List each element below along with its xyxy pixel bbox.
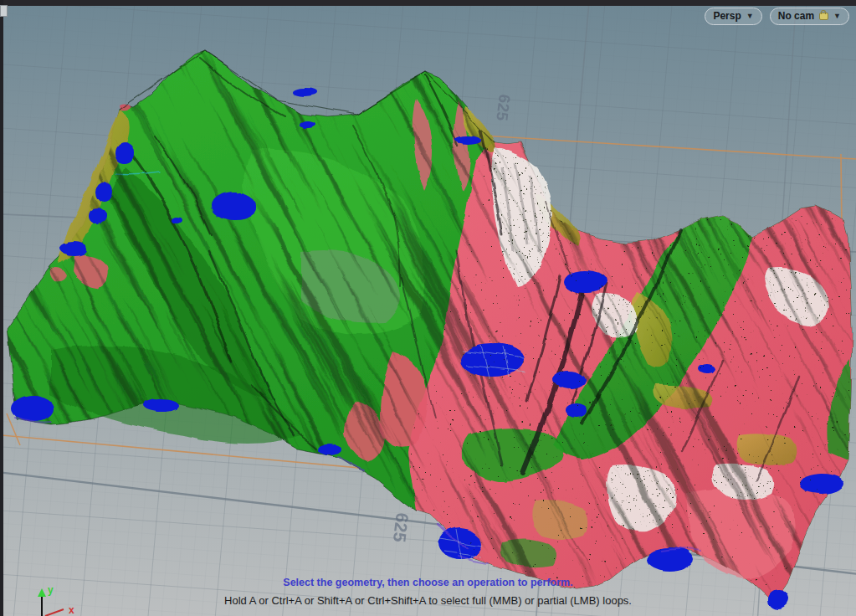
camera-select-label: No cam [778,9,814,23]
grid-label-back: 625 [493,94,514,122]
grid-label-front: 625 [390,512,413,544]
lock-icon [819,13,828,20]
chevron-down-icon: ▼ [833,9,841,23]
perspective-menu-label: Persp [713,9,741,23]
status-message-primary: Select the geometry, then choose an oper… [0,577,856,588]
window-left-edge [0,0,3,616]
scene-canvas[interactable]: 625 625 [0,0,856,616]
houdini-3d-viewport[interactable]: 625 625 [0,0,856,616]
status-message-secondary: Hold A or Ctrl+A or Shift+A or Ctrl+Shif… [0,594,856,607]
window-top-edge [0,0,856,6]
chevron-down-icon: ▼ [746,9,754,23]
perspective-menu-button[interactable]: Persp ▼ [705,8,761,25]
viewport-corner-handle[interactable] [0,5,8,17]
camera-select-button[interactable]: No cam ▼ [770,8,849,25]
